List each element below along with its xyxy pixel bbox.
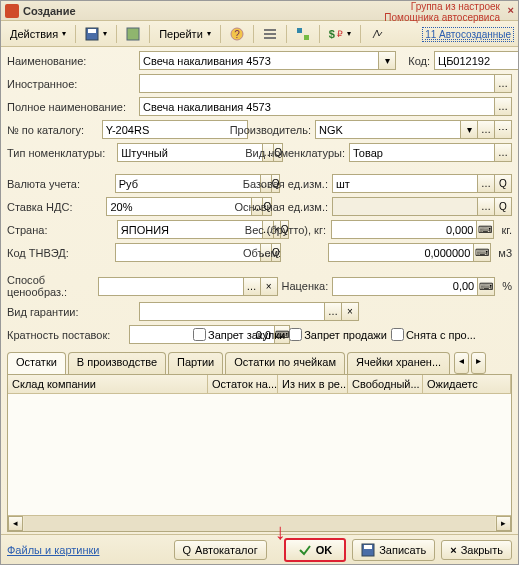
name-input[interactable]	[139, 51, 379, 70]
label-maker: Производитель:	[230, 124, 311, 136]
close-icon[interactable]: ×	[508, 4, 514, 16]
mainunit-input	[332, 197, 478, 216]
list-button[interactable]	[258, 24, 282, 44]
close-icon: ×	[450, 544, 456, 556]
misc-button[interactable]	[365, 24, 389, 44]
maker-more[interactable]: …	[478, 120, 495, 139]
window-title: Создание	[23, 5, 76, 17]
code-input[interactable]	[434, 51, 518, 70]
weight-input[interactable]	[331, 220, 477, 239]
tnved-input[interactable]	[115, 243, 261, 262]
save-dropdown-button[interactable]	[80, 24, 112, 44]
misc-icon	[370, 27, 384, 41]
price-button[interactable]: $₽	[324, 25, 356, 43]
banner: Группа из настроекПомощника автосервиса	[384, 1, 500, 23]
warranty-more[interactable]: …	[325, 302, 342, 321]
pricing-input[interactable]	[98, 277, 244, 296]
tab-production[interactable]: В производстве	[68, 352, 166, 374]
baseunit-open[interactable]: Q	[495, 174, 512, 193]
col-warehouse[interactable]: Склад компании	[8, 375, 208, 393]
catalog-input[interactable]	[102, 120, 248, 139]
label-foreign: Иностранное:	[7, 78, 135, 90]
mainunit-more[interactable]: …	[478, 197, 495, 216]
label-pricing: Способ ценообраз.:	[7, 274, 94, 298]
hscroll-track[interactable]	[24, 516, 495, 531]
files-link[interactable]: Файлы и картинки	[7, 544, 99, 556]
name-dropdown[interactable]: ▾	[379, 51, 396, 70]
help-button[interactable]: ?	[225, 24, 249, 44]
ok-button[interactable]: OK	[284, 538, 347, 562]
warranty-clear[interactable]: ×	[342, 302, 359, 321]
actions-menu[interactable]: Действия	[5, 25, 71, 43]
volume-input[interactable]	[328, 243, 474, 262]
pricing-more[interactable]: …	[244, 277, 261, 296]
tree-button[interactable]	[291, 24, 315, 44]
nomkind-more[interactable]: …	[495, 143, 512, 162]
tab-stock[interactable]: Остатки	[7, 352, 66, 374]
fullname-input[interactable]	[139, 97, 495, 116]
label-nomkind: Вид номенклатуры:	[245, 147, 345, 159]
col-expected[interactable]: Ожидаетс	[423, 375, 511, 393]
grid-body[interactable]	[8, 394, 511, 515]
label-warranty: Вид гарантии:	[7, 306, 135, 318]
form-button[interactable]	[121, 24, 145, 44]
hscroll-left[interactable]: ◂	[8, 516, 23, 531]
svg-rect-11	[364, 545, 372, 549]
label-volume: Объем:	[243, 247, 324, 259]
tab-cells[interactable]: Остатки по ячейкам	[225, 352, 345, 374]
country-input[interactable]	[117, 220, 263, 239]
foreign-input[interactable]	[139, 74, 495, 93]
maker-open[interactable]: ⋯	[495, 120, 512, 139]
close-button[interactable]: × Закрыть	[441, 540, 512, 560]
weight-calc[interactable]: ⌨	[477, 220, 494, 239]
baseunit-more[interactable]: …	[478, 174, 495, 193]
label-multiplicity: Кратность поставок:	[7, 329, 125, 341]
save-button[interactable]: Записать	[352, 539, 435, 561]
svg-rect-9	[304, 35, 309, 40]
fullname-more[interactable]: …	[495, 97, 512, 116]
goto-menu[interactable]: Перейти	[154, 25, 216, 43]
weight-unit: кг.	[501, 224, 512, 236]
autocatalog-button[interactable]: Q Автокаталог	[174, 540, 267, 560]
bottom-bar: Файлы и картинки Q Автокаталог ↓ OK Запи…	[1, 534, 518, 564]
svg-rect-7	[264, 37, 276, 39]
maker-clear[interactable]: ▾	[461, 120, 478, 139]
nomtype-input[interactable]	[117, 143, 263, 162]
maker-input[interactable]	[315, 120, 461, 139]
label-currency: Валюта учета:	[7, 178, 111, 190]
baseunit-input[interactable]	[332, 174, 478, 193]
pricing-clear[interactable]: ×	[261, 277, 278, 296]
svg-text:?: ?	[234, 29, 240, 40]
label-country: Страна:	[7, 224, 113, 236]
forbid-buy-check[interactable]: Запрет закупки	[193, 328, 285, 341]
label-catalog: № по каталогу:	[7, 124, 98, 136]
col-stock[interactable]: Остаток на...	[208, 375, 278, 393]
markup-input[interactable]	[332, 277, 478, 296]
tab-scroll-left[interactable]: ◂	[454, 352, 469, 374]
tab-storage[interactable]: Ячейки хранен...	[347, 352, 450, 374]
disk-icon	[361, 543, 375, 557]
tab-batches[interactable]: Партии	[168, 352, 223, 374]
label-markup: Наценка:	[282, 280, 329, 292]
label-code: Код:	[400, 55, 430, 67]
warranty-input[interactable]	[139, 302, 325, 321]
forbid-sell-check[interactable]: Запрет продажи	[289, 328, 387, 341]
col-reserved[interactable]: Из них в ре...	[278, 375, 348, 393]
vat-input[interactable]	[106, 197, 252, 216]
mainunit-open[interactable]: Q	[495, 197, 512, 216]
removed-check[interactable]: Снята с про...	[391, 328, 476, 341]
volume-calc[interactable]: ⌨	[474, 243, 491, 262]
label-tnved: Код ТНВЭД:	[7, 247, 111, 259]
col-free[interactable]: Свободный...	[348, 375, 423, 393]
svg-rect-6	[264, 33, 276, 35]
label-baseunit: Базовая ед.изм.:	[243, 178, 328, 190]
autocreated-link[interactable]: 11 Автосозданные	[422, 27, 514, 42]
label-name: Наименование:	[7, 55, 135, 67]
foreign-more[interactable]: …	[495, 74, 512, 93]
nomkind-input[interactable]	[349, 143, 495, 162]
hscroll-right[interactable]: ▸	[496, 516, 511, 531]
markup-calc[interactable]: ⌨	[478, 277, 495, 296]
svg-rect-1	[88, 29, 96, 33]
tab-scroll-right[interactable]: ▸	[471, 352, 486, 374]
currency-input[interactable]	[115, 174, 261, 193]
